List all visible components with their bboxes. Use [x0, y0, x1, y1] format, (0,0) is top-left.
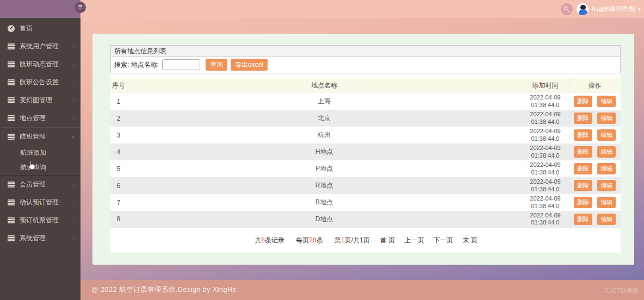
- col-header-index: 序号: [110, 78, 127, 93]
- delete-button[interactable]: 删除: [574, 112, 592, 124]
- search-icon-handle: [567, 10, 570, 13]
- cell-add-time: 2022-04-0901:38:44.0: [522, 127, 569, 143]
- sidebar-item-label: 系统管理: [20, 234, 46, 243]
- username-label[interactable]: hsg[超级管理员]: [592, 5, 635, 13]
- cell-add-time: 2022-04-0901:38:44.0: [522, 211, 569, 228]
- list-icon: [8, 79, 15, 85]
- edit-button[interactable]: 编辑: [597, 180, 616, 191]
- delete-button[interactable]: 删除: [574, 180, 592, 191]
- sidebar-subitem-flight-add[interactable]: 航班添加: [0, 146, 81, 160]
- current-page: 1: [341, 236, 345, 244]
- query-button[interactable]: 查询: [206, 59, 227, 71]
- delete-button[interactable]: 删除: [574, 197, 592, 208]
- sidebar-group-flight-mgmt: 航班管理 ∨ 航班添加 航班查询: [0, 127, 81, 176]
- col-header-add-time: 添加时间: [522, 78, 569, 93]
- cell-location-name: P地点: [127, 160, 522, 177]
- sidebar-item-label: 航班公告设置: [20, 78, 59, 87]
- edit-button[interactable]: 编辑: [597, 96, 616, 107]
- sidebar-item-carousel-mgmt[interactable]: 变幻图管理 ›: [0, 91, 81, 109]
- locations-table: 序号 地点名称 添加时间 操作 1 上海 2022-04-0901:38:44.…: [110, 78, 621, 228]
- delete-button[interactable]: 删除: [574, 129, 592, 141]
- edit-button[interactable]: 编辑: [597, 163, 616, 174]
- cell-index: 3: [110, 127, 127, 143]
- sidebar-brand-block: [0, 0, 81, 18]
- edit-button[interactable]: 编辑: [597, 129, 616, 141]
- date-text: 2022-04-09: [530, 212, 560, 218]
- sidebar-item-flight-mgmt[interactable]: 航班管理 ∨: [0, 128, 81, 146]
- cell-index: 1: [110, 93, 127, 110]
- prev-page-link[interactable]: 上一页: [405, 236, 424, 244]
- sidebar-item-member-mgmt[interactable]: 会员管理 ›: [0, 176, 81, 193]
- search-icon: [564, 6, 568, 10]
- edit-button[interactable]: 编辑: [597, 146, 616, 158]
- content-card: 所有地点信息列表 搜索: 地点名称: 查询 导出excel 序号: [92, 34, 634, 265]
- list-icon: [8, 235, 15, 241]
- export-excel-button[interactable]: 导出excel: [231, 59, 268, 71]
- list-icon: [8, 134, 15, 140]
- table-row: 8 D地点 2022-04-0901:38:44.0 删除 编辑: [110, 211, 621, 228]
- sidebar-subitem-flight-query[interactable]: 航班查询: [0, 160, 81, 175]
- delete-button[interactable]: 删除: [574, 163, 592, 174]
- sidebar-item-label: 首页: [20, 24, 33, 33]
- text: 每页: [296, 236, 309, 244]
- sidebar-item-label: 预订机票管理: [20, 216, 59, 225]
- next-page-link[interactable]: 下一页: [434, 236, 453, 244]
- edit-button[interactable]: 编辑: [597, 197, 616, 208]
- sidebar-item-confirm-booking-mgmt[interactable]: 确认预订管理 ›: [0, 193, 81, 211]
- time-text: 01:38:44.0: [531, 102, 560, 108]
- list-icon: [8, 217, 15, 223]
- sidebar-item-label: 变幻图管理: [20, 96, 52, 105]
- cell-location-name: 上海: [127, 93, 522, 110]
- date-text: 2022-04-09: [530, 145, 560, 151]
- table-row: 7 B地点 2022-04-0901:38:44.0 删除 编辑: [110, 194, 621, 211]
- cell-index: 8: [110, 211, 127, 228]
- chevron-right-icon: ›: [73, 97, 75, 103]
- time-text: 01:38:44.0: [531, 169, 560, 176]
- sidebar-item-home[interactable]: 首页: [0, 20, 81, 38]
- search-button[interactable]: [561, 3, 573, 15]
- sidebar-item-system-mgmt[interactable]: 系统管理 ›: [0, 229, 81, 247]
- chevron-down-icon[interactable]: ▾: [638, 7, 641, 12]
- cell-add-time: 2022-04-0901:38:44.0: [522, 93, 569, 110]
- mouse-cursor-icon: [27, 160, 35, 171]
- delete-button[interactable]: 删除: [574, 146, 592, 158]
- location-name-input[interactable]: [162, 59, 200, 70]
- search-label: 搜索: 地点名称:: [114, 60, 159, 70]
- last-page-link[interactable]: 末 页: [462, 236, 477, 244]
- first-page-link[interactable]: 首 页: [380, 236, 395, 244]
- app-window: ≡ 首页 系统用户管理 › 航班动态管理 › 航班公告设置 ›: [0, 0, 644, 300]
- cell-actions: 删除 编辑: [569, 211, 621, 228]
- sidebar-subitem-label: 航班添加: [20, 148, 46, 158]
- sidebar-item-flight-dynamics-mgmt[interactable]: 航班动态管理 ›: [0, 55, 81, 73]
- sidebar-toggle-button[interactable]: ≡: [75, 2, 86, 13]
- cell-location-name: H地点: [127, 143, 522, 160]
- sidebar-item-location-mgmt[interactable]: 地点管理 ›: [0, 109, 81, 127]
- cell-index: 7: [110, 194, 127, 211]
- sidebar-item-flight-notice-settings[interactable]: 航班公告设置 ›: [0, 73, 81, 91]
- date-text: 2022-04-09: [530, 178, 560, 185]
- time-text: 01:38:44.0: [531, 186, 560, 192]
- list-icon: [8, 199, 15, 205]
- date-text: 2022-04-09: [530, 195, 560, 202]
- copyright-text: @ 2022 航空订票管理系统.Design by XingHe: [91, 285, 237, 295]
- delete-button[interactable]: 删除: [574, 96, 592, 107]
- cell-actions: 删除 编辑: [569, 93, 621, 110]
- sidebar-item-label: 确认预订管理: [20, 198, 59, 207]
- hamburger-icon: ≡: [78, 3, 83, 11]
- sidebar-menu: 首页 系统用户管理 › 航班动态管理 › 航班公告设置 › 变幻图管理 ›: [0, 18, 81, 247]
- cell-index: 2: [110, 110, 127, 127]
- text: 页/共1页: [345, 236, 370, 244]
- edit-button[interactable]: 编辑: [597, 112, 616, 124]
- cell-actions: 删除 编辑: [569, 160, 621, 177]
- table-row: 4 H地点 2022-04-0901:38:44.0 删除 编辑: [110, 143, 621, 160]
- avatar-body: [579, 9, 587, 16]
- cell-location-name: B地点: [127, 194, 522, 211]
- sidebar-item-system-user-mgmt[interactable]: 系统用户管理 ›: [0, 38, 81, 55]
- delete-button[interactable]: 删除: [574, 214, 592, 225]
- avatar[interactable]: [576, 3, 589, 16]
- home-icon: [8, 25, 15, 32]
- sidebar-item-ticket-booking-mgmt[interactable]: 预订机票管理 ›: [0, 211, 81, 229]
- edit-button[interactable]: 编辑: [597, 214, 616, 225]
- time-text: 01:38:44.0: [531, 203, 560, 209]
- chevron-down-icon: ∨: [71, 134, 75, 140]
